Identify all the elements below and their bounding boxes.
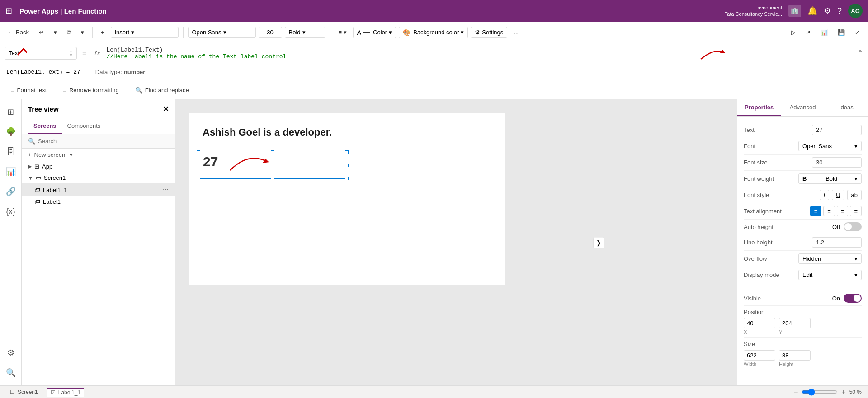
font-weight-prop-dropdown[interactable]: B Bold ▾ [798, 173, 862, 184]
collapse-right-panel-button[interactable]: ❯ [593, 237, 604, 248]
color-button[interactable]: A Color ▾ [353, 27, 396, 38]
screen-checkbox-icon: ☐ [10, 389, 15, 395]
zoom-out-button[interactable]: − [794, 388, 798, 396]
search-icon: 🔍 [28, 138, 35, 145]
org-icon[interactable]: 🏢 [788, 5, 801, 17]
status-label-tab[interactable]: ☑ Label1_1 [47, 388, 84, 397]
sidebar-tree-icon[interactable]: 🌳 [2, 123, 20, 141]
line-height-input[interactable] [812, 237, 862, 248]
align-center-button[interactable]: ≡ [823, 206, 835, 216]
property-dropdown[interactable]: Text ▲▼ [5, 47, 77, 60]
underline-button[interactable]: U [832, 190, 844, 200]
undo-dropdown-button[interactable]: ▾ [50, 27, 61, 37]
display-mode-prop-dropdown[interactable]: Edit ▾ [798, 270, 862, 280]
tree-item-label1-1[interactable]: 🏷 Label1_1 ··· [22, 183, 175, 196]
italic-button[interactable]: I [820, 190, 830, 200]
copy-button[interactable]: ⧉ [63, 27, 75, 38]
strikethrough-button[interactable]: ab [847, 190, 862, 200]
handle-mr[interactable] [345, 164, 349, 167]
share-button[interactable]: ↗ [802, 27, 814, 37]
selected-control[interactable]: 27 [198, 152, 347, 179]
font-dropdown[interactable]: Open Sans ▾ [188, 27, 256, 38]
main-layout: ⊞ 🌳 🗄 📊 🔗 {x} ⚙ 🔍 Tree view ✕ Screens Co… [0, 99, 868, 385]
background-color-button[interactable]: 🎨 Background color ▾ [399, 27, 468, 38]
add-button[interactable]: + [97, 27, 108, 37]
sidebar-search-icon[interactable]: 🔍 [2, 364, 20, 382]
find-replace-button[interactable]: 🔍 Find and replace [131, 85, 193, 95]
font-prop-dropdown[interactable]: Open Sans ▾ [798, 141, 862, 151]
new-screen-button[interactable]: + New screen ▾ [22, 149, 175, 161]
auto-height-toggle[interactable] [844, 222, 862, 231]
more-button[interactable]: ... [510, 27, 522, 37]
formula-display: Len(Label1.Text) //Here Label1 is the na… [106, 47, 853, 60]
height-input[interactable] [779, 350, 811, 361]
tree-search: 🔍 [22, 134, 175, 149]
auto-height-prop-label: Auto height [744, 224, 832, 230]
paste-dropdown-button[interactable]: ▾ [77, 27, 88, 37]
context-menu-icon[interactable]: ··· [163, 186, 169, 194]
notification-icon[interactable]: 🔔 [807, 6, 817, 16]
width-input[interactable] [744, 350, 775, 361]
align-justify-button[interactable]: ≡ [850, 206, 862, 216]
tree-item-screen1[interactable]: ▼ ▭ Screen1 [22, 172, 175, 183]
remove-formatting-button[interactable]: ≡ Remove formatting [58, 85, 123, 95]
align-dropdown[interactable]: ≡ ▾ [335, 27, 350, 37]
expand-right-button[interactable]: ⤢ [851, 27, 863, 37]
pos-x-input[interactable] [744, 318, 775, 328]
monitor-button[interactable]: 📊 [817, 27, 831, 37]
settings-icon[interactable]: ⚙ [824, 6, 831, 16]
right-panel: Properties Advanced Ideas Text Font Open… [737, 99, 868, 385]
bold-indicator: B [802, 175, 807, 182]
help-icon[interactable]: ? [837, 6, 842, 16]
sidebar-home-icon[interactable]: ⊞ [2, 103, 20, 121]
tab-advanced[interactable]: Advanced [781, 99, 824, 116]
format-text-button[interactable]: ≡ Format text [6, 85, 51, 95]
save-button[interactable]: 💾 [834, 27, 849, 37]
sidebar-settings-icon[interactable]: ⚙ [2, 344, 20, 362]
tree-item-label-label1-1: Label1_1 [43, 187, 67, 193]
tab-ideas[interactable]: Ideas [825, 99, 868, 116]
search-input[interactable] [38, 138, 169, 145]
tab-properties[interactable]: Properties [737, 99, 781, 116]
sidebar-connections-icon[interactable]: 🔗 [2, 183, 20, 201]
text-prop-input[interactable] [812, 125, 862, 135]
handle-bl[interactable] [197, 177, 200, 180]
zoom-slider[interactable] [802, 389, 838, 396]
handle-tm[interactable] [271, 150, 274, 154]
sidebar-data-icon[interactable]: 🗄 [2, 143, 20, 161]
font-weight-dropdown[interactable]: Bold ▾ [285, 27, 326, 38]
zoom-in-button[interactable]: + [841, 388, 845, 396]
handle-tl[interactable] [197, 150, 200, 154]
tab-screens[interactable]: Screens [28, 119, 62, 134]
sidebar-variables-icon[interactable]: {x} [2, 202, 20, 220]
preview-button[interactable]: ▷ [788, 27, 799, 37]
font-size-prop-input[interactable] [812, 157, 862, 168]
handle-br[interactable] [345, 177, 349, 180]
avatar[interactable]: AG [848, 4, 863, 18]
prop-row-display-mode: Display mode Edit ▾ [744, 267, 862, 283]
overflow-prop-dropdown[interactable]: Hidden ▾ [798, 253, 862, 264]
insert-dropdown[interactable]: Insert ▾ [111, 27, 179, 38]
visible-toggle[interactable] [844, 294, 862, 303]
align-right-button[interactable]: ≡ [837, 206, 849, 216]
handle-bm[interactable] [271, 177, 274, 180]
sidebar-analytics-icon[interactable]: 📊 [2, 163, 20, 181]
tree-item-label1[interactable]: 🏷 Label1 [22, 196, 175, 207]
apps-grid-icon[interactable]: ⊞ [5, 6, 12, 16]
font-size-input[interactable] [259, 27, 282, 38]
undo-button[interactable]: ↩ [35, 27, 47, 37]
handle-ml[interactable] [197, 164, 200, 167]
tab-components[interactable]: Components [62, 119, 106, 134]
tree-item-app[interactable]: ▶ ⊞ App [22, 161, 175, 172]
settings-button[interactable]: ⚙ Settings [471, 27, 507, 38]
canvas-screen[interactable]: Ashish Goel is a developer. 27 [189, 113, 505, 285]
back-button[interactable]: ← Back [5, 27, 33, 37]
pos-y-input[interactable] [779, 318, 811, 328]
formula-expand-icon[interactable]: ⌃ [857, 48, 863, 58]
fx-button[interactable]: fx [92, 48, 103, 58]
tree-close-button[interactable]: ✕ [163, 105, 169, 113]
handle-tr[interactable] [345, 150, 349, 154]
visible-prop-label: Visible [744, 295, 832, 302]
align-left-button[interactable]: ≡ [810, 206, 822, 216]
status-screen-tab[interactable]: ☐ Screen1 [6, 388, 42, 396]
